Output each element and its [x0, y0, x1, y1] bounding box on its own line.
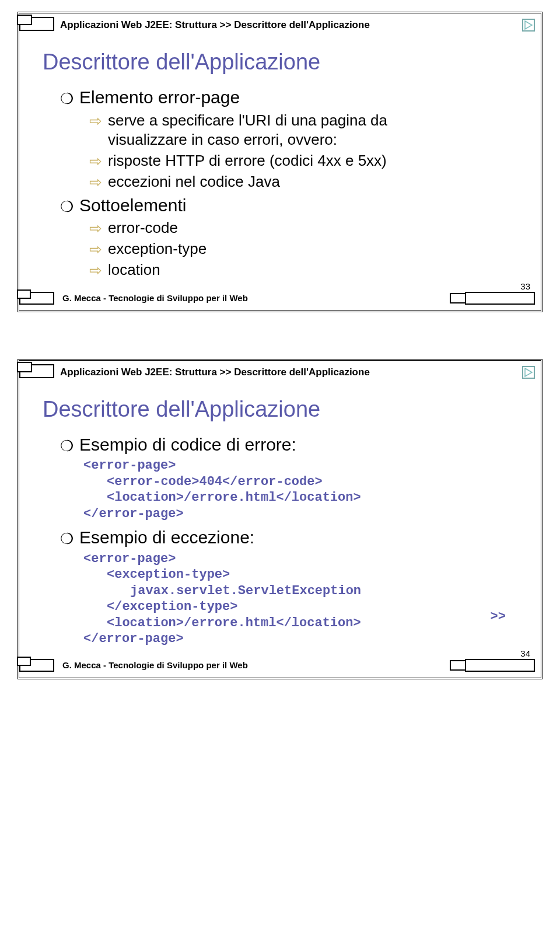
svg-marker-1: [525, 368, 532, 376]
page-number-box: 34: [450, 659, 535, 672]
arrow-right-icon: ⇨: [89, 153, 102, 169]
slide-footer: G. Mecca - Tecnologie di Sviluppo per il…: [19, 292, 541, 305]
page-number: 34: [520, 648, 530, 658]
arrow-right-icon: ⇨: [89, 221, 102, 236]
code-error-page-errorcode: <error-page> <error-code>404</error-code…: [83, 458, 517, 522]
slide-header: Applicazioni Web J2EE: Struttura >> Desc…: [19, 13, 541, 37]
breadcrumb: Applicazioni Web J2EE: Struttura >> Desc…: [60, 367, 370, 378]
subbullet-serve: ⇨ serve a specificare l'URI di una pagin…: [89, 111, 517, 151]
slide-2: Applicazioni Web J2EE: Struttura >> Desc…: [18, 359, 542, 679]
arrow-right-icon: ⇨: [89, 263, 102, 278]
page-number-box: 33: [450, 292, 535, 305]
next-slide-icon[interactable]: [522, 366, 535, 379]
circle-bullet-icon: ❍: [60, 91, 74, 106]
slide-footer: G. Mecca - Tecnologie di Sviluppo per il…: [19, 659, 541, 672]
slide-title: Descrittore dell'Applicazione: [43, 50, 541, 75]
code-error-page-exception: <error-page> <exception-type> javax.serv…: [83, 551, 517, 647]
bullet-elemento-error-page: ❍ Elemento error-page: [60, 86, 517, 109]
arrow-right-icon: ⇨: [89, 242, 102, 257]
subbullet-location: ⇨ location: [89, 260, 517, 280]
bullet-esempio-errore: ❍ Esempio di codice di errore:: [60, 434, 517, 456]
more-indicator: >>: [491, 609, 506, 624]
bullet-sottoelementi: ❍ Sottoelementi: [60, 194, 517, 217]
footer-decor-box: [19, 659, 54, 672]
footer-author: G. Mecca - Tecnologie di Sviluppo per il…: [62, 660, 248, 670]
subbullet-error-code: ⇨ error-code: [89, 218, 517, 238]
subbullet-risposte-http: ⇨ risposte HTTP di errore (codici 4xx e …: [89, 151, 517, 171]
arrow-right-icon: ⇨: [89, 175, 102, 190]
header-decor-box: [19, 364, 54, 381]
svg-marker-0: [525, 21, 532, 29]
slide-title: Descrittore dell'Applicazione: [43, 397, 541, 422]
bullet-esempio-eccezione: ❍ Esempio di eccezione:: [60, 526, 517, 549]
subbullet-exception-type: ⇨ exception-type: [89, 239, 517, 259]
slide-header: Applicazioni Web J2EE: Struttura >> Desc…: [19, 361, 541, 384]
footer-author: G. Mecca - Tecnologie di Sviluppo per il…: [62, 293, 248, 303]
slide-1: Applicazioni Web J2EE: Struttura >> Desc…: [18, 12, 542, 312]
arrow-right-icon: ⇨: [89, 113, 102, 128]
header-decor-box: [19, 17, 54, 33]
circle-bullet-icon: ❍: [60, 199, 74, 214]
next-slide-icon[interactable]: [522, 19, 535, 32]
circle-bullet-icon: ❍: [60, 531, 74, 546]
page-number: 33: [520, 281, 530, 291]
breadcrumb: Applicazioni Web J2EE: Struttura >> Desc…: [60, 19, 370, 31]
footer-decor-box: [19, 292, 54, 305]
circle-bullet-icon: ❍: [60, 438, 74, 453]
subbullet-eccezioni: ⇨ eccezioni nel codice Java: [89, 172, 517, 192]
